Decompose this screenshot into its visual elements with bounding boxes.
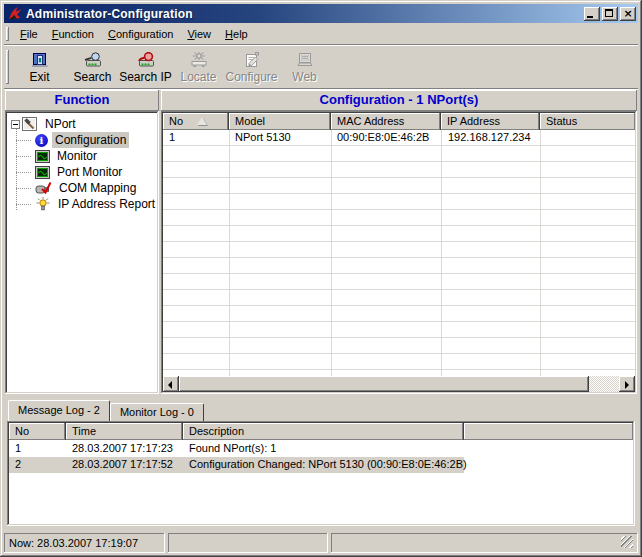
maximize-icon [605, 9, 613, 17]
log-table-header: No Time Description [9, 423, 633, 440]
tree-connector [16, 125, 17, 211]
log-column-filler [464, 423, 633, 440]
device-mac: 00:90:E8:0E:46:2B [337, 130, 429, 145]
log-no: 1 [15, 441, 21, 456]
tree-item-port-monitor[interactable]: Port Monitor [33, 164, 125, 180]
device-row[interactable]: 1 NPort 5130 00:90:E8:0E:46:2B 192.168.1… [163, 130, 635, 146]
column-header-no[interactable]: No [163, 113, 229, 130]
tree-item-label[interactable]: Monitor [54, 148, 100, 164]
device-list: No Model MAC Address IP Address Status 1… [161, 111, 637, 394]
close-icon: × [620, 7, 636, 21]
menu-help[interactable]: Help [218, 26, 255, 43]
toolbar: Exit Search Search IP [4, 46, 638, 88]
scroll-left-button[interactable] [163, 376, 179, 392]
tree-item-configuration[interactable]: Configuration [33, 132, 129, 148]
tree-item-com-mapping[interactable]: COM Mapping [33, 180, 139, 196]
search-label: Search [73, 70, 111, 84]
locate-button[interactable]: Locate [172, 47, 225, 88]
horizontal-scrollbar[interactable] [163, 376, 635, 392]
tree-connector [16, 140, 32, 141]
scroll-right-button[interactable] [619, 376, 635, 392]
log-column-description[interactable]: Description [183, 423, 464, 440]
log-no: 2 [15, 457, 21, 472]
web-icon [295, 51, 315, 68]
message-log-list: No Time Description 1 28.03.2007 17:17:2… [7, 421, 635, 526]
menu-file[interactable]: File [13, 26, 45, 43]
web-button[interactable]: Web [278, 47, 331, 88]
nport-icon [22, 117, 38, 132]
column-header-model[interactable]: Model [229, 113, 331, 130]
tab-message-log[interactable]: Message Log - 2 [8, 400, 110, 421]
tree-item-label[interactable]: NPort [42, 116, 79, 132]
log-description: Configuration Changed: NPort 5130 (00:90… [189, 457, 467, 472]
exit-button[interactable]: Exit [13, 47, 66, 88]
configure-icon [242, 51, 262, 68]
column-header-mac-address[interactable]: MAC Address [331, 113, 441, 130]
search-ip-button[interactable]: Search IP [119, 47, 172, 88]
log-description: Found NPort(s): 1 [189, 441, 276, 456]
tree-connector [16, 204, 32, 205]
arrow-right-icon [625, 381, 629, 389]
menu-function[interactable]: Function [45, 26, 101, 43]
tree-connector [16, 188, 32, 189]
toolbar-grip[interactable] [6, 50, 9, 84]
device-ip: 192.168.127.234 [448, 130, 531, 145]
tree-connector [16, 172, 32, 173]
function-tree: NPort Configuration Monitor [5, 111, 159, 394]
ip-report-icon [35, 197, 51, 211]
menu-configuration[interactable]: Configuration [101, 26, 180, 43]
tree-item-label[interactable]: Port Monitor [54, 164, 125, 180]
exit-label: Exit [29, 70, 49, 84]
log-row[interactable]: 2 28.03.2007 17:17:52 Configuration Chan… [9, 457, 633, 473]
log-column-time[interactable]: Time [66, 423, 183, 440]
configure-label: Configure [225, 70, 277, 84]
sort-ascending-icon [197, 117, 207, 125]
search-icon [82, 51, 104, 68]
collapse-expander-icon[interactable] [11, 120, 20, 129]
function-panel-header: Function [5, 90, 159, 111]
tab-monitor-log[interactable]: Monitor Log - 0 [110, 403, 204, 421]
menu-bar: File Function Configuration View Help [4, 24, 638, 44]
tree-item-label[interactable]: IP Address Report [55, 196, 157, 212]
resize-grip[interactable] [621, 536, 633, 548]
tree-item-label[interactable]: COM Mapping [56, 180, 139, 196]
maximize-button[interactable] [602, 7, 618, 21]
column-header-status[interactable]: Status [540, 113, 635, 130]
app-icon [7, 6, 23, 21]
column-header-ip-address[interactable]: IP Address [441, 113, 540, 130]
scrollbar-thumb[interactable] [179, 376, 589, 392]
log-row[interactable]: 1 28.03.2007 17:17:23 Found NPort(s): 1 [9, 441, 633, 457]
configuration-info-icon [35, 134, 48, 147]
title-bar[interactable]: Administrator-Configuration × [4, 4, 638, 23]
monitor-icon [35, 150, 50, 163]
device-model: NPort 5130 [235, 130, 291, 145]
tree-item-label[interactable]: Configuration [52, 132, 129, 148]
minimize-icon [587, 16, 593, 18]
close-button[interactable]: × [620, 7, 636, 21]
window-title: Administrator-Configuration [26, 7, 584, 21]
log-tabs: Message Log - 2 Monitor Log - 0 [8, 399, 204, 421]
device-table-header: No Model MAC Address IP Address Status [163, 113, 635, 130]
log-column-no[interactable]: No [9, 423, 66, 440]
exit-icon [31, 51, 49, 68]
device-no: 1 [169, 130, 175, 145]
tree-connector [16, 156, 32, 157]
menubar-grip[interactable] [6, 27, 9, 41]
log-time: 28.03.2007 17:17:52 [72, 457, 173, 472]
search-button[interactable]: Search [66, 47, 119, 88]
log-time: 28.03.2007 17:17:23 [72, 441, 173, 456]
status-pane-3 [331, 533, 638, 553]
search-ip-label: Search IP [119, 70, 172, 84]
tree-item-monitor[interactable]: Monitor [33, 148, 100, 164]
status-now: Now: 28.03.2007 17:19:07 [4, 533, 165, 553]
monitor-icon [35, 166, 50, 179]
menu-view[interactable]: View [180, 26, 218, 43]
web-label: Web [292, 70, 316, 84]
device-table-body: 1 NPort 5130 00:90:E8:0E:46:2B 192.168.1… [163, 130, 635, 376]
configure-button[interactable]: Configure [225, 47, 278, 88]
tree-item-ip-address-report[interactable]: IP Address Report [33, 196, 157, 212]
com-mapping-icon [35, 181, 52, 195]
minimize-button[interactable] [584, 7, 600, 21]
configuration-panel-header: Configuration - 1 NPort(s) [161, 90, 637, 111]
tree-item-nport[interactable]: NPort [11, 116, 79, 132]
